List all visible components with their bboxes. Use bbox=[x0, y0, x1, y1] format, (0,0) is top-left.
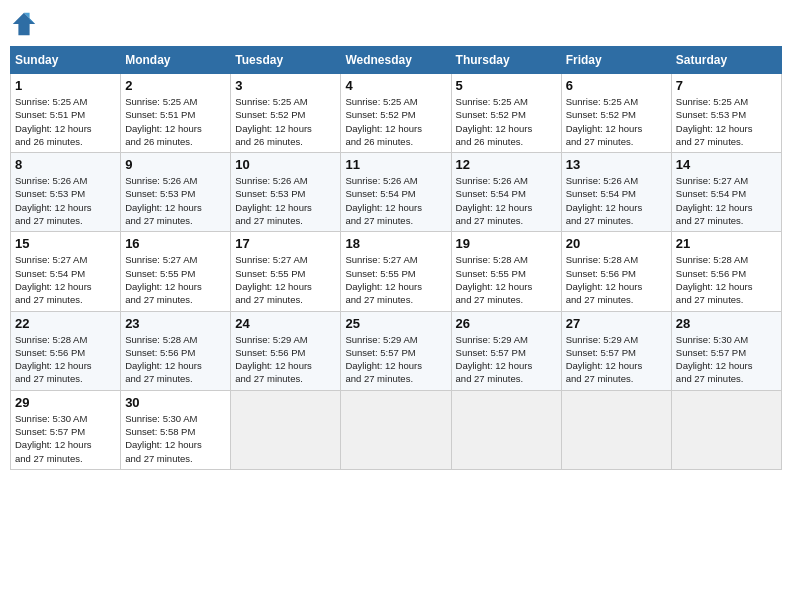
calendar-header: SundayMondayTuesdayWednesdayThursdayFrid… bbox=[11, 47, 782, 74]
day-number: 17 bbox=[235, 236, 336, 251]
day-number: 27 bbox=[566, 316, 667, 331]
calendar-week-3: 15Sunrise: 5:27 AM Sunset: 5:54 PM Dayli… bbox=[11, 232, 782, 311]
day-number: 3 bbox=[235, 78, 336, 93]
calendar-cell: 21Sunrise: 5:28 AM Sunset: 5:56 PM Dayli… bbox=[671, 232, 781, 311]
day-number: 30 bbox=[125, 395, 226, 410]
page-header bbox=[10, 10, 782, 38]
calendar-cell: 30Sunrise: 5:30 AM Sunset: 5:58 PM Dayli… bbox=[121, 390, 231, 469]
day-number: 18 bbox=[345, 236, 446, 251]
calendar-cell: 29Sunrise: 5:30 AM Sunset: 5:57 PM Dayli… bbox=[11, 390, 121, 469]
header-cell-saturday: Saturday bbox=[671, 47, 781, 74]
day-number: 28 bbox=[676, 316, 777, 331]
day-number: 8 bbox=[15, 157, 116, 172]
day-info: Sunrise: 5:30 AM Sunset: 5:57 PM Dayligh… bbox=[676, 333, 777, 386]
day-info: Sunrise: 5:29 AM Sunset: 5:57 PM Dayligh… bbox=[456, 333, 557, 386]
day-info: Sunrise: 5:26 AM Sunset: 5:54 PM Dayligh… bbox=[456, 174, 557, 227]
svg-marker-0 bbox=[13, 13, 35, 35]
day-number: 5 bbox=[456, 78, 557, 93]
header-row: SundayMondayTuesdayWednesdayThursdayFrid… bbox=[11, 47, 782, 74]
calendar-week-2: 8Sunrise: 5:26 AM Sunset: 5:53 PM Daylig… bbox=[11, 153, 782, 232]
day-info: Sunrise: 5:25 AM Sunset: 5:52 PM Dayligh… bbox=[456, 95, 557, 148]
calendar-cell bbox=[451, 390, 561, 469]
calendar-cell: 27Sunrise: 5:29 AM Sunset: 5:57 PM Dayli… bbox=[561, 311, 671, 390]
calendar-cell: 25Sunrise: 5:29 AM Sunset: 5:57 PM Dayli… bbox=[341, 311, 451, 390]
day-info: Sunrise: 5:25 AM Sunset: 5:52 PM Dayligh… bbox=[235, 95, 336, 148]
day-number: 26 bbox=[456, 316, 557, 331]
day-info: Sunrise: 5:28 AM Sunset: 5:56 PM Dayligh… bbox=[566, 253, 667, 306]
day-info: Sunrise: 5:26 AM Sunset: 5:53 PM Dayligh… bbox=[15, 174, 116, 227]
day-number: 14 bbox=[676, 157, 777, 172]
calendar-cell: 11Sunrise: 5:26 AM Sunset: 5:54 PM Dayli… bbox=[341, 153, 451, 232]
day-info: Sunrise: 5:28 AM Sunset: 5:55 PM Dayligh… bbox=[456, 253, 557, 306]
header-cell-friday: Friday bbox=[561, 47, 671, 74]
calendar-cell: 26Sunrise: 5:29 AM Sunset: 5:57 PM Dayli… bbox=[451, 311, 561, 390]
day-number: 11 bbox=[345, 157, 446, 172]
day-info: Sunrise: 5:27 AM Sunset: 5:55 PM Dayligh… bbox=[345, 253, 446, 306]
calendar-cell: 23Sunrise: 5:28 AM Sunset: 5:56 PM Dayli… bbox=[121, 311, 231, 390]
day-info: Sunrise: 5:25 AM Sunset: 5:51 PM Dayligh… bbox=[125, 95, 226, 148]
day-info: Sunrise: 5:30 AM Sunset: 5:57 PM Dayligh… bbox=[15, 412, 116, 465]
header-cell-sunday: Sunday bbox=[11, 47, 121, 74]
day-info: Sunrise: 5:25 AM Sunset: 5:51 PM Dayligh… bbox=[15, 95, 116, 148]
calendar-cell: 28Sunrise: 5:30 AM Sunset: 5:57 PM Dayli… bbox=[671, 311, 781, 390]
calendar-cell: 12Sunrise: 5:26 AM Sunset: 5:54 PM Dayli… bbox=[451, 153, 561, 232]
header-cell-wednesday: Wednesday bbox=[341, 47, 451, 74]
calendar-cell: 19Sunrise: 5:28 AM Sunset: 5:55 PM Dayli… bbox=[451, 232, 561, 311]
calendar-cell: 24Sunrise: 5:29 AM Sunset: 5:56 PM Dayli… bbox=[231, 311, 341, 390]
calendar-week-5: 29Sunrise: 5:30 AM Sunset: 5:57 PM Dayli… bbox=[11, 390, 782, 469]
calendar-cell: 5Sunrise: 5:25 AM Sunset: 5:52 PM Daylig… bbox=[451, 74, 561, 153]
day-info: Sunrise: 5:27 AM Sunset: 5:54 PM Dayligh… bbox=[15, 253, 116, 306]
logo bbox=[10, 10, 42, 38]
day-number: 21 bbox=[676, 236, 777, 251]
day-info: Sunrise: 5:26 AM Sunset: 5:54 PM Dayligh… bbox=[345, 174, 446, 227]
day-number: 22 bbox=[15, 316, 116, 331]
calendar-cell: 20Sunrise: 5:28 AM Sunset: 5:56 PM Dayli… bbox=[561, 232, 671, 311]
day-number: 6 bbox=[566, 78, 667, 93]
day-info: Sunrise: 5:27 AM Sunset: 5:55 PM Dayligh… bbox=[125, 253, 226, 306]
day-number: 15 bbox=[15, 236, 116, 251]
calendar-table: SundayMondayTuesdayWednesdayThursdayFrid… bbox=[10, 46, 782, 470]
day-number: 16 bbox=[125, 236, 226, 251]
day-number: 1 bbox=[15, 78, 116, 93]
logo-icon bbox=[10, 10, 38, 38]
calendar-cell bbox=[561, 390, 671, 469]
day-number: 10 bbox=[235, 157, 336, 172]
day-info: Sunrise: 5:30 AM Sunset: 5:58 PM Dayligh… bbox=[125, 412, 226, 465]
calendar-cell: 2Sunrise: 5:25 AM Sunset: 5:51 PM Daylig… bbox=[121, 74, 231, 153]
calendar-cell: 18Sunrise: 5:27 AM Sunset: 5:55 PM Dayli… bbox=[341, 232, 451, 311]
day-info: Sunrise: 5:26 AM Sunset: 5:53 PM Dayligh… bbox=[125, 174, 226, 227]
calendar-cell: 22Sunrise: 5:28 AM Sunset: 5:56 PM Dayli… bbox=[11, 311, 121, 390]
calendar-cell: 17Sunrise: 5:27 AM Sunset: 5:55 PM Dayli… bbox=[231, 232, 341, 311]
calendar-week-4: 22Sunrise: 5:28 AM Sunset: 5:56 PM Dayli… bbox=[11, 311, 782, 390]
calendar-cell: 13Sunrise: 5:26 AM Sunset: 5:54 PM Dayli… bbox=[561, 153, 671, 232]
day-number: 29 bbox=[15, 395, 116, 410]
day-info: Sunrise: 5:25 AM Sunset: 5:52 PM Dayligh… bbox=[345, 95, 446, 148]
day-info: Sunrise: 5:25 AM Sunset: 5:52 PM Dayligh… bbox=[566, 95, 667, 148]
calendar-cell bbox=[341, 390, 451, 469]
day-info: Sunrise: 5:29 AM Sunset: 5:57 PM Dayligh… bbox=[345, 333, 446, 386]
calendar-cell: 9Sunrise: 5:26 AM Sunset: 5:53 PM Daylig… bbox=[121, 153, 231, 232]
day-info: Sunrise: 5:28 AM Sunset: 5:56 PM Dayligh… bbox=[15, 333, 116, 386]
day-number: 7 bbox=[676, 78, 777, 93]
day-number: 24 bbox=[235, 316, 336, 331]
calendar-cell: 14Sunrise: 5:27 AM Sunset: 5:54 PM Dayli… bbox=[671, 153, 781, 232]
calendar-week-1: 1Sunrise: 5:25 AM Sunset: 5:51 PM Daylig… bbox=[11, 74, 782, 153]
day-info: Sunrise: 5:29 AM Sunset: 5:57 PM Dayligh… bbox=[566, 333, 667, 386]
calendar-body: 1Sunrise: 5:25 AM Sunset: 5:51 PM Daylig… bbox=[11, 74, 782, 470]
calendar-cell bbox=[231, 390, 341, 469]
day-number: 19 bbox=[456, 236, 557, 251]
calendar-cell bbox=[671, 390, 781, 469]
day-number: 9 bbox=[125, 157, 226, 172]
header-cell-thursday: Thursday bbox=[451, 47, 561, 74]
day-info: Sunrise: 5:26 AM Sunset: 5:54 PM Dayligh… bbox=[566, 174, 667, 227]
calendar-cell: 8Sunrise: 5:26 AM Sunset: 5:53 PM Daylig… bbox=[11, 153, 121, 232]
calendar-cell: 6Sunrise: 5:25 AM Sunset: 5:52 PM Daylig… bbox=[561, 74, 671, 153]
day-info: Sunrise: 5:27 AM Sunset: 5:55 PM Dayligh… bbox=[235, 253, 336, 306]
day-number: 13 bbox=[566, 157, 667, 172]
day-info: Sunrise: 5:26 AM Sunset: 5:53 PM Dayligh… bbox=[235, 174, 336, 227]
calendar-cell: 7Sunrise: 5:25 AM Sunset: 5:53 PM Daylig… bbox=[671, 74, 781, 153]
calendar-cell: 3Sunrise: 5:25 AM Sunset: 5:52 PM Daylig… bbox=[231, 74, 341, 153]
day-number: 2 bbox=[125, 78, 226, 93]
calendar-cell: 15Sunrise: 5:27 AM Sunset: 5:54 PM Dayli… bbox=[11, 232, 121, 311]
day-number: 20 bbox=[566, 236, 667, 251]
